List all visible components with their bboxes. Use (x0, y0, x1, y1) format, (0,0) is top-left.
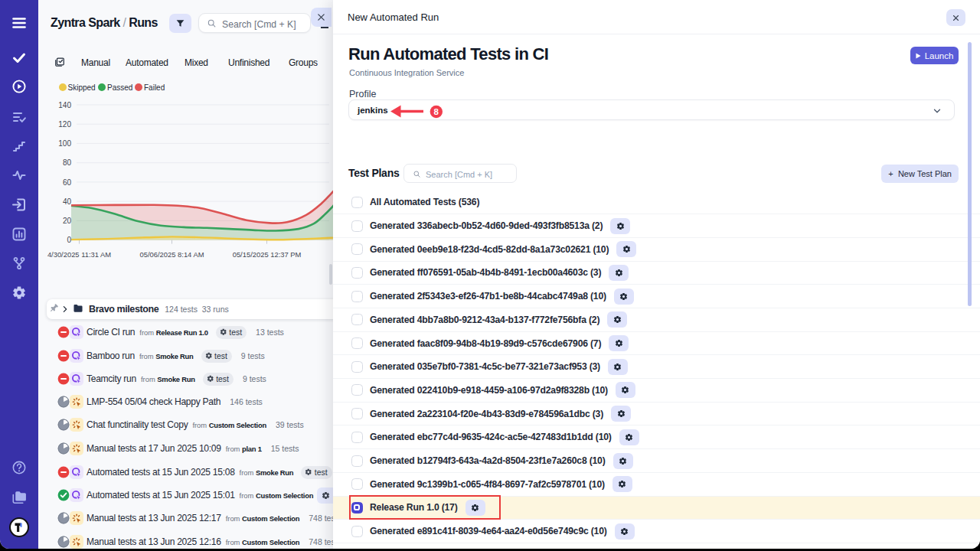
svg-text:05/06/2025 8:14 AM: 05/06/2025 8:14 AM (140, 250, 204, 259)
svg-text:120: 120 (58, 120, 71, 129)
svg-text:4/30/2025 11:31 AM: 4/30/2025 11:31 AM (47, 250, 111, 259)
svg-text:8: 8 (434, 107, 439, 116)
svg-text:80: 80 (63, 158, 72, 167)
svg-text:140: 140 (58, 101, 71, 109)
svg-text:0: 0 (67, 236, 71, 244)
svg-text:100: 100 (58, 139, 71, 148)
svg-text:05/15/2025 12:37 PM: 05/15/2025 12:37 PM (233, 250, 302, 259)
svg-text:20: 20 (63, 217, 72, 225)
svg-text:60: 60 (63, 178, 72, 187)
svg-text:40: 40 (63, 197, 72, 206)
